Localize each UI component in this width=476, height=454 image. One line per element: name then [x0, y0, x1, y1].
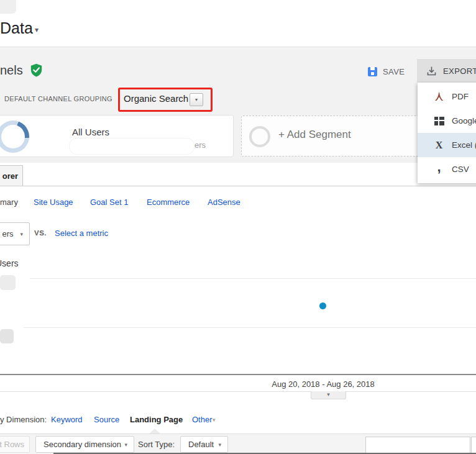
table-search-input[interactable] [365, 437, 470, 454]
add-segment-card[interactable]: + Add Segment [241, 116, 421, 157]
download-icon [426, 66, 437, 76]
sort-type-dropdown-button[interactable]: Default ▾ [180, 436, 228, 453]
verified-shield-icon [30, 63, 43, 77]
segment-title: All Users [72, 127, 109, 137]
csv-icon: , [434, 161, 444, 172]
sort-type-label: Sort Type: [138, 440, 175, 449]
table-search-adjacent-control[interactable] [471, 437, 476, 454]
chevron-down-icon: ▾ [218, 442, 221, 448]
report-title: nels [0, 63, 23, 78]
chevron-down-icon[interactable]: ▾ [213, 417, 216, 423]
export-label: EXPORT [443, 66, 476, 76]
chart-bottom-divider [0, 391, 476, 392]
property-title[interactable]: Data [0, 19, 33, 37]
dimension-other-link[interactable]: Other [192, 415, 213, 424]
subtab-site-usage[interactable]: Site Usage [34, 197, 73, 207]
save-button[interactable]: SAVE [368, 62, 405, 81]
export-menu: PDF Google X Excel (X , CSV [418, 83, 476, 183]
chart-gridline [30, 278, 476, 279]
tab-explorer[interactable]: orer [0, 165, 23, 186]
secondary-dimension-button[interactable]: Secondary dimension ▾ [35, 436, 134, 453]
analytics-screen: Data ▾ nels SAVE EXPORT PDF [0, 0, 476, 454]
selected-dimension-notch [149, 429, 160, 434]
segment-subtitle-fragment: ers [195, 140, 206, 150]
segment-card-all-users[interactable]: All Users ers [0, 115, 234, 157]
metric-dropdown-button[interactable]: ers ▾ [0, 222, 30, 245]
chevron-down-icon: ▾ [20, 231, 23, 237]
menu-item-label: Excel (X [452, 140, 476, 150]
redacted-y-tick [0, 329, 14, 343]
redacted-value-blob [69, 138, 195, 155]
subtab-ecommerce[interactable]: Ecommerce [147, 197, 190, 207]
segment-donut-icon [0, 120, 29, 153]
x-axis-date-label: Aug 20, 2018 - Aug 26, 2018 [261, 379, 385, 389]
chart-x-axis [0, 374, 476, 375]
menu-item-google-sheets[interactable]: Google [418, 109, 476, 133]
menu-item-pdf[interactable]: PDF [418, 84, 476, 109]
menu-item-excel[interactable]: X Excel (X [418, 133, 476, 157]
save-label: SAVE [383, 67, 405, 76]
cropped-logo-fragment [0, 0, 16, 14]
annotation-red-box [118, 88, 213, 112]
sheets-icon [434, 116, 444, 126]
menu-item-label: Google [452, 116, 476, 125]
default-channel-grouping-label: DEFAULT CHANNEL GROUPING [4, 95, 112, 102]
plot-rows-button: t Rows [0, 436, 30, 453]
dimension-keyword-link[interactable]: Keyword [51, 415, 83, 424]
export-button[interactable]: EXPORT [417, 59, 476, 83]
secondary-dimension-label: Secondary dimension [43, 440, 121, 449]
save-icon [368, 67, 377, 76]
excel-icon: X [434, 140, 444, 150]
subtab-adsense[interactable]: AdSense [208, 197, 240, 207]
add-segment-label: + Add Segment [278, 129, 351, 141]
menu-item-label: PDF [452, 92, 469, 101]
primary-dimension-label: y Dimension: [0, 415, 47, 424]
menu-item-label: CSV [452, 165, 469, 174]
tab-bar-divider [0, 186, 476, 186]
dimension-source-link[interactable]: Source [94, 415, 119, 424]
chevron-down-icon[interactable]: ▾ [35, 25, 39, 34]
metric-dropdown-label: ers [2, 229, 13, 238]
dimension-landing-page-active[interactable]: Landing Page [130, 415, 183, 424]
chart-data-point[interactable] [319, 302, 326, 309]
select-a-metric-link[interactable]: Select a metric [55, 229, 108, 238]
subtab-summary[interactable]: mary [0, 197, 18, 207]
subtab-goal-set-1[interactable]: Goal Set 1 [90, 197, 128, 207]
empty-donut-icon [249, 126, 270, 147]
pdf-icon [434, 91, 444, 102]
vs-label: VS. [34, 229, 47, 237]
chart-collapse-button[interactable]: ▾ [311, 391, 346, 399]
redacted-y-tick [0, 275, 16, 290]
chevron-down-icon: ▾ [124, 442, 127, 448]
menu-item-csv[interactable]: , CSV [418, 157, 476, 181]
sort-type-value: Default [188, 440, 214, 449]
chart-series-title: Users [0, 258, 19, 268]
chart-gridline [24, 327, 476, 328]
